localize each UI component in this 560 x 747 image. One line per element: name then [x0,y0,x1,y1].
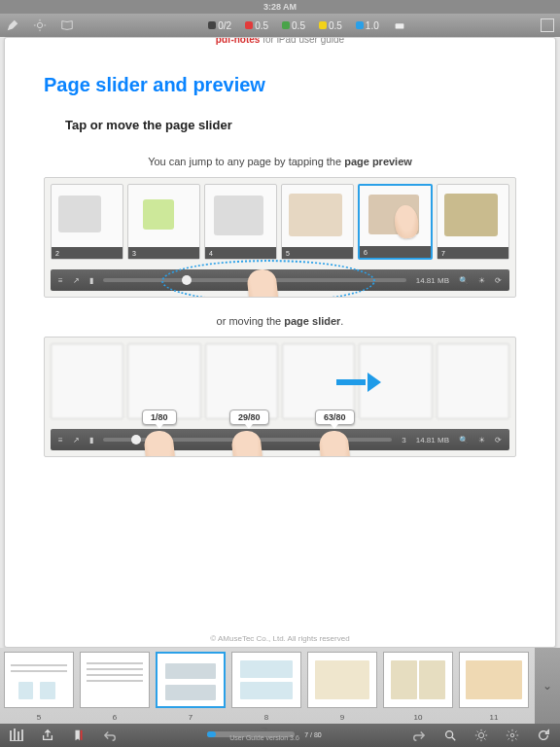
page-viewport[interactable]: pdf-notes for iPad user guide Page slide… [4,37,556,648]
page-thumb[interactable] [80,652,150,708]
illus-bottom-bar: ≡ ↗ ▮ 14.81 MB 🔍 ☀ ⟳ [51,269,509,291]
page-bubble: 29/80 [229,409,269,425]
arrow-right-icon [336,373,381,392]
svg-point-6 [446,731,453,738]
search-icon: 🔍 [459,276,469,285]
brightness-icon[interactable] [474,729,488,742]
section-title: Page slider and preview [44,74,516,96]
eraser-icon[interactable] [393,18,406,32]
page-num: 6 [80,713,150,722]
thumb-num: 7 [438,247,508,259]
page-thumbnail-strip[interactable]: ⌄ 5 6 7 8 9 10 11 [0,648,560,724]
bottom-toolbar: 7 / 80 7 User Guide version 3.6 [0,724,560,747]
page-thumb[interactable] [383,652,453,708]
crop-icon[interactable] [541,18,554,32]
page-indicator-area[interactable]: 7 / 80 7 User Guide version 3.6 [134,731,395,740]
chevron-down-icon: ⌄ [542,679,552,693]
illustration-page-slider: 1/80 29/80 63/80 ≡↗▮ 3 14.81 MB 🔍☀⟳ [44,337,516,457]
version-label: User Guide version 3.6 [229,734,299,741]
svg-point-0 [37,22,42,27]
svg-point-17 [510,733,514,737]
size-label: 14.81 MB [416,276,449,285]
page-center: 3 [402,436,405,445]
doc-header-brand: pdf-notes [216,37,261,45]
pen-label: 0.5 [292,20,305,31]
gear-icon[interactable] [506,729,519,742]
page-num: 7 [156,713,226,722]
svg-line-16 [484,731,485,732]
thumb-num: 5 [282,247,353,259]
pen-label: 1.0 [366,20,379,31]
copyright: © AMuseTec Co., Ltd. All rights reserved [5,634,555,643]
page-num: 5 [4,713,74,722]
pen-label: 0.5 [255,20,268,31]
brightness-icon: ☀ [478,276,485,285]
page-num: 8 [231,713,301,722]
redo-icon[interactable] [412,729,426,742]
refresh-icon[interactable] [537,729,550,742]
brightness-icon[interactable] [33,18,47,32]
page-bubble: 1/80 [142,409,177,425]
share-icon[interactable] [41,729,54,742]
bookmark-icon[interactable] [72,729,86,742]
share-icon: ↗ [73,276,80,285]
pencil-icon[interactable] [6,18,19,32]
svg-rect-5 [395,23,403,28]
page-num: 10 [383,713,453,722]
search-icon[interactable] [443,729,457,742]
bookshelf-icon[interactable] [10,729,23,741]
svg-line-13 [477,731,478,732]
illus-bottom-bar: ≡↗▮ 3 14.81 MB 🔍☀⟳ [51,429,509,450]
illustration-page-preview: 2 3 4 5 6 7 ≡ ↗ ▮ 14.81 MB 🔍 ☀ ⟳ [44,177,516,298]
top-toolbar: 0/2 0.5 0.5 0.5 1.0 [0,14,560,37]
pen-tool-0[interactable]: 0/2 [208,20,231,31]
page-num: 11 [459,713,529,722]
pen-tool-1[interactable]: 0.5 [245,20,268,31]
bookmark-icon: ▮ [89,276,93,285]
doc-header: pdf-notes for iPad user guide [44,37,516,45]
thumb-num: 4 [205,247,276,259]
svg-line-15 [477,738,478,739]
page-bubble: 63/80 [315,409,355,425]
pen-tool-2[interactable]: 0.5 [282,20,305,31]
thumb-num: 6 [360,246,431,258]
thumb-num: 2 [52,247,122,259]
step-title: Tap or move the page slider [65,118,516,132]
page-indicator: 7 / 80 [304,731,322,738]
instruction-2: or moving the page slider. [44,315,516,327]
page-thumb[interactable] [4,652,74,708]
page-num: 9 [307,713,377,722]
undo-icon[interactable] [103,729,117,742]
pen-tool-4[interactable]: 1.0 [356,20,379,31]
status-time: 3:28 AM [263,2,297,12]
page-thumb[interactable] [307,652,377,708]
page-thumb[interactable] [459,652,529,708]
instruction-1: You can jump to any page by tapping the … [44,156,516,167]
svg-line-14 [484,738,485,739]
svg-line-7 [452,737,456,741]
pen-label: 0/2 [218,20,231,31]
thumb-num: 3 [128,247,199,259]
refresh-icon: ⟳ [495,276,502,285]
pen-tool-3[interactable]: 0.5 [319,20,342,31]
svg-point-8 [478,732,483,737]
page-thumb-current[interactable] [156,652,226,708]
bookshelf-icon: ≡ [58,276,63,285]
page-thumb[interactable] [231,652,301,708]
size-label: 14.81 MB [416,436,449,445]
doc-header-rest: for iPad user guide [260,37,344,45]
pen-label: 0.5 [329,20,342,31]
book-open-icon[interactable] [60,18,74,32]
ios-status-bar: 3:28 AM [0,0,560,14]
